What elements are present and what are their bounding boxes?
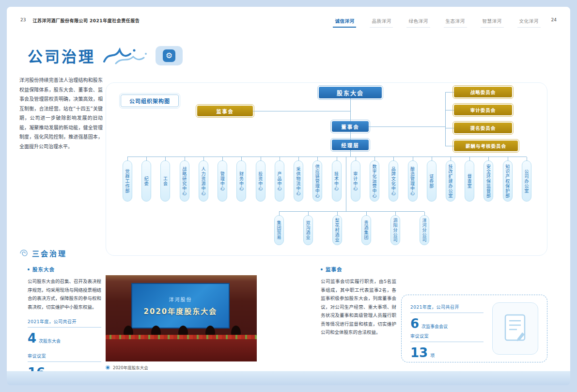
page-number-right: 24 xyxy=(551,16,557,22)
nav-tab-quality[interactable]: 品质洋河 xyxy=(370,16,393,28)
report-page: 23 江苏洋河酒厂股份有限公司 2021年度社会责任报告 诚信洋河 品质洋河 绿… xyxy=(7,7,570,371)
page-header: 23 江苏洋河酒厂股份有限公司 2021年度社会责任报告 诚信洋河 品质洋河 绿… xyxy=(20,16,557,28)
org-dept-pill: 数字化运营中心 xyxy=(370,160,379,202)
stat-value: 6 xyxy=(410,316,419,331)
org-dept-pill: 酿造管理中心 xyxy=(408,160,418,202)
org-chart-label: 公司组织架构图 xyxy=(121,94,179,107)
org-dept-pill: 证券部 xyxy=(427,160,437,202)
document-icon xyxy=(501,313,529,344)
org-subsidiary-pill: 双沟酒业 xyxy=(303,215,313,245)
connector-line xyxy=(350,150,351,157)
shareholder-meeting-column: 股东大会 公司股东大会的召集、召开及表决程序规范，均采用现场与网络投票相结合的表… xyxy=(28,266,101,371)
document-icon-tile xyxy=(492,302,538,355)
supervisory-board-column: 监事会 公司监事会切实履行职责，由5名监事组成，其中职工代表监事2名，各监事积极… xyxy=(321,266,396,337)
intro-paragraph: 洋河股份持续完善法人治理结构和股东权益保障体系，股东大会、董事会、监事会及管理层… xyxy=(19,76,103,151)
supervisory-body: 公司监事会切实履行职责，由5名监事组成，其中职工代表监事2名，各监事积极参加股东… xyxy=(321,277,396,337)
stat-value: 13 xyxy=(410,345,428,360)
connector-line xyxy=(369,126,445,127)
nav-tab-ecology[interactable]: 生态洋河 xyxy=(444,16,467,28)
projection-screen: 洋河股份 2020年度股东大会 xyxy=(131,283,230,329)
org-dept-pill: 人力资源中心 xyxy=(199,160,208,202)
stat-label: 2021年度，公司共召开 xyxy=(410,304,483,313)
title-block: 公司治理 ⚙ xyxy=(28,45,183,66)
org-dept-pill: 党群工作部 xyxy=(123,160,132,202)
org-subsidiary-pill: 泗阳分公司 xyxy=(390,215,400,245)
stat-unit: 次监事会会议 xyxy=(421,323,448,329)
org-dept-pill: 知识产权保护部 xyxy=(503,160,513,202)
nav-tab-wisdom[interactable]: 智慧洋河 xyxy=(481,16,504,28)
page-title: 公司治理 xyxy=(28,45,95,66)
org-dept-pill: 投资中心 xyxy=(256,160,265,202)
nav-tab-integrity[interactable]: 诚信洋河 xyxy=(333,16,356,28)
nav-tab-green[interactable]: 绿色洋河 xyxy=(406,16,430,28)
org-dept-pill: 安全环保监督部 xyxy=(483,160,493,202)
supervisory-heading: 监事会 xyxy=(321,266,396,273)
org-dept-pill: 战略研究中心 xyxy=(180,160,189,202)
connector-line xyxy=(445,110,454,110)
screen-brand-text: 洋河股份 xyxy=(169,296,192,303)
stat-value: 4 xyxy=(28,331,36,345)
shareholder-heading: 股东大会 xyxy=(28,266,101,273)
org-dept-pill: 产品中心 xyxy=(275,160,284,202)
org-node-shareholders-meeting: 股东大会 xyxy=(319,87,382,98)
org-subsidiary-pill: 集团贸易 xyxy=(274,215,284,245)
chapter-nav: 诚信洋河 品质洋河 绿色洋河 生态洋河 智慧洋河 文化洋河 xyxy=(333,16,540,28)
stat-label: 审议议案 xyxy=(410,333,483,342)
connector-line xyxy=(445,146,454,146)
org-dept-pill: 管理中心 xyxy=(218,160,227,202)
section-header: 三会治理 xyxy=(19,248,67,258)
meeting-photo: 洋河股份 2020年度股东大会 xyxy=(106,275,257,361)
document-title: 江苏洋河酒厂股份有限公司 2021年度社会责任报告 xyxy=(32,16,140,24)
stat-label: 2021年度，公司共召开 xyxy=(28,318,101,328)
photo-caption-text: 2020年度股东大会 xyxy=(113,364,148,370)
org-dept-pill: 技术中心 xyxy=(332,160,342,202)
gear-icon: ⚙ xyxy=(156,46,183,65)
shareholder-body: 公司股东大会的召集、召开及表决程序规范，均采用现场与网络投票相结合的表决方式，保… xyxy=(28,277,101,311)
org-dept-pill: 公司办公室 xyxy=(522,160,531,202)
conference-table xyxy=(106,339,257,361)
connector-line xyxy=(253,111,350,111)
photo-caption: 2020年度股东大会 xyxy=(106,364,148,370)
org-dept-pill: 技改扩建办公室 xyxy=(446,160,455,202)
page-number-left: 23 xyxy=(20,16,26,22)
connector-line xyxy=(350,132,351,140)
org-node-supervisory-board: 监事会 xyxy=(197,106,253,116)
connector-line xyxy=(445,128,454,128)
org-dept-pill: 工会 xyxy=(160,160,170,202)
org-subsidiary-pill: 贵酒集团 xyxy=(361,215,371,245)
section-title: 三会治理 xyxy=(32,248,67,258)
stat-unit: 次股东大会 xyxy=(39,338,61,344)
org-node-nomination-committee: 提名委员会 xyxy=(454,123,512,133)
wave-splash-icon xyxy=(102,45,149,66)
swirl-icon xyxy=(19,249,28,258)
connector-line xyxy=(445,92,454,93)
org-subsidiary-pill: 梨花村酒业 xyxy=(332,215,342,245)
org-node-management: 经理层 xyxy=(332,140,369,150)
stat-label: 审议议案 xyxy=(28,353,101,362)
org-dept-pill: 纪委 xyxy=(141,160,151,202)
connector-line xyxy=(445,92,446,146)
org-node-remuneration-committee: 薪酬与考核委员会 xyxy=(454,141,518,151)
org-dept-pill: 品牌文化中心 xyxy=(389,160,398,202)
caption-marker-icon xyxy=(106,365,110,370)
nav-tab-culture[interactable]: 文化洋河 xyxy=(517,16,541,28)
supervisory-stats-box: 2021年度，公司共召开 6 次监事会会议 审议议案 13 项 xyxy=(401,295,547,362)
org-dept-pill: 督查室 xyxy=(465,160,474,202)
connector-line xyxy=(350,98,351,121)
bottom-frame-band xyxy=(7,371,570,385)
org-subsidiaries-row: 集团贸易 双沟酒业 梨花村酒业 贵酒集团 泗阳分公司 洋河分公司 xyxy=(274,215,429,245)
stat-value: 16 xyxy=(28,365,45,371)
org-node-audit-committee: 审计委员会 xyxy=(454,105,512,115)
org-node-board-of-directors: 董事会 xyxy=(332,121,369,132)
screen-title-text: 2020年度股东大会 xyxy=(144,306,218,316)
org-dept-pill: 供应链管理中心 xyxy=(312,160,322,202)
org-dept-pill: 审计中心 xyxy=(351,160,360,202)
org-subsidiary-pill: 洋河分公司 xyxy=(420,215,429,245)
org-chart: 公司组织架构图 股东大会 监事会 董事会 经理层 战略委员会 审计委员会 提名委… xyxy=(106,82,547,256)
org-dept-pill: 财务中心 xyxy=(236,160,246,202)
connector-line xyxy=(127,157,527,157)
org-departments-row: 党群工作部 纪委 工会 战略研究中心 人力资源中心 管理中心 财务中心 投资中心… xyxy=(123,160,531,202)
org-node-strategy-committee: 战略委员会 xyxy=(454,87,512,97)
stat-unit: 项 xyxy=(430,352,435,359)
org-dept-pill: 采供物流中心 xyxy=(294,160,303,202)
